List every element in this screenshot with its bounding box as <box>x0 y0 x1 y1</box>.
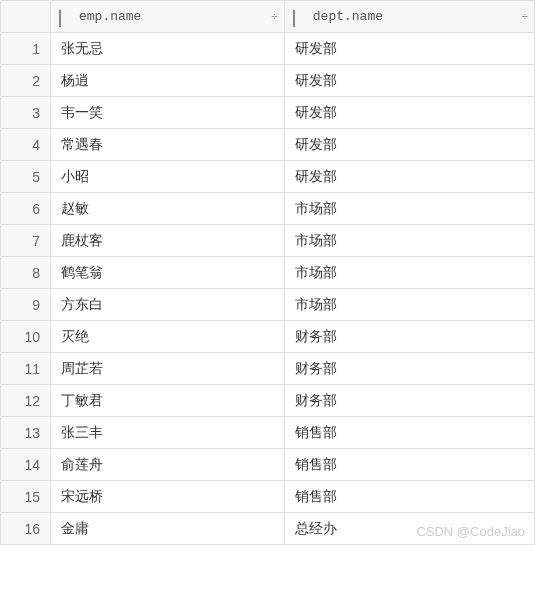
rownum-cell[interactable]: 11 <box>1 353 51 385</box>
cell-emp-name[interactable]: 俞莲舟 <box>51 449 285 481</box>
rownum-cell[interactable]: 13 <box>1 417 51 449</box>
table-row[interactable]: 3 韦一笑 研发部 <box>1 97 535 129</box>
table-column-icon <box>293 11 307 23</box>
table-row[interactable]: 2 杨逍 研发部 <box>1 65 535 97</box>
cell-emp-name[interactable]: 鹿杖客 <box>51 225 285 257</box>
column-header-emp-name[interactable]: emp.name ÷ <box>51 1 285 33</box>
cell-emp-name[interactable]: 张无忌 <box>51 33 285 65</box>
rownum-cell[interactable]: 7 <box>1 225 51 257</box>
sort-icon[interactable]: ÷ <box>271 11 278 23</box>
cell-emp-name[interactable]: 小昭 <box>51 161 285 193</box>
table-row[interactable]: 1 张无忌 研发部 <box>1 33 535 65</box>
column-header-dept-name[interactable]: dept.name ÷ <box>284 1 534 33</box>
column-label: emp.name <box>79 9 141 24</box>
cell-dept-name[interactable]: 研发部 <box>284 129 534 161</box>
rownum-cell[interactable]: 4 <box>1 129 51 161</box>
cell-dept-name[interactable]: 市场部 <box>284 257 534 289</box>
table-row[interactable]: 7 鹿杖客 市场部 <box>1 225 535 257</box>
table-row[interactable]: 15 宋远桥 销售部 <box>1 481 535 513</box>
table-row[interactable]: 8 鹤笔翁 市场部 <box>1 257 535 289</box>
rownum-cell[interactable]: 1 <box>1 33 51 65</box>
cell-dept-name[interactable]: 研发部 <box>284 161 534 193</box>
cell-emp-name[interactable]: 鹤笔翁 <box>51 257 285 289</box>
rownum-cell[interactable]: 2 <box>1 65 51 97</box>
cell-emp-name[interactable]: 韦一笑 <box>51 97 285 129</box>
table-row[interactable]: 12 丁敏君 财务部 <box>1 385 535 417</box>
rownum-cell[interactable]: 6 <box>1 193 51 225</box>
table-row[interactable]: 10 灭绝 财务部 <box>1 321 535 353</box>
cell-emp-name[interactable]: 金庸 <box>51 513 285 545</box>
table-row[interactable]: 11 周芷若 财务部 <box>1 353 535 385</box>
cell-emp-name[interactable]: 张三丰 <box>51 417 285 449</box>
cell-dept-name[interactable]: 市场部 <box>284 193 534 225</box>
header-row: emp.name ÷ dept.name ÷ <box>1 1 535 33</box>
cell-dept-name[interactable]: 市场部 <box>284 225 534 257</box>
cell-dept-name[interactable]: 销售部 <box>284 417 534 449</box>
cell-dept-name[interactable]: 总经办 <box>284 513 534 545</box>
table-row[interactable]: 13 张三丰 销售部 <box>1 417 535 449</box>
cell-dept-name[interactable]: 市场部 <box>284 289 534 321</box>
rownum-cell[interactable]: 10 <box>1 321 51 353</box>
cell-emp-name[interactable]: 方东白 <box>51 289 285 321</box>
cell-emp-name[interactable]: 常遇春 <box>51 129 285 161</box>
table-row[interactable]: 14 俞莲舟 销售部 <box>1 449 535 481</box>
cell-dept-name[interactable]: 财务部 <box>284 321 534 353</box>
table-row[interactable]: 9 方东白 市场部 <box>1 289 535 321</box>
cell-emp-name[interactable]: 赵敏 <box>51 193 285 225</box>
rownum-cell[interactable]: 12 <box>1 385 51 417</box>
rownum-cell[interactable]: 8 <box>1 257 51 289</box>
cell-dept-name[interactable]: 研发部 <box>284 33 534 65</box>
cell-emp-name[interactable]: 丁敏君 <box>51 385 285 417</box>
cell-emp-name[interactable]: 灭绝 <box>51 321 285 353</box>
cell-emp-name[interactable]: 杨逍 <box>51 65 285 97</box>
rownum-cell[interactable]: 16 <box>1 513 51 545</box>
cell-dept-name[interactable]: 研发部 <box>284 65 534 97</box>
table-row[interactable]: 4 常遇春 研发部 <box>1 129 535 161</box>
cell-dept-name[interactable]: 销售部 <box>284 481 534 513</box>
rownum-cell[interactable]: 3 <box>1 97 51 129</box>
cell-dept-name[interactable]: 财务部 <box>284 385 534 417</box>
result-grid: emp.name ÷ dept.name ÷ 1 张无忌 研发部 2 杨逍 研发… <box>0 0 535 545</box>
cell-emp-name[interactable]: 宋远桥 <box>51 481 285 513</box>
cell-dept-name[interactable]: 销售部 <box>284 449 534 481</box>
cell-emp-name[interactable]: 周芷若 <box>51 353 285 385</box>
table-row[interactable]: 6 赵敏 市场部 <box>1 193 535 225</box>
table-column-icon <box>59 11 73 23</box>
rownum-cell[interactable]: 5 <box>1 161 51 193</box>
rownum-cell[interactable]: 14 <box>1 449 51 481</box>
rownum-cell[interactable]: 15 <box>1 481 51 513</box>
cell-dept-name[interactable]: 研发部 <box>284 97 534 129</box>
table-row[interactable]: 5 小昭 研发部 <box>1 161 535 193</box>
column-label: dept.name <box>313 9 383 24</box>
rownum-header[interactable] <box>1 1 51 33</box>
cell-dept-name[interactable]: 财务部 <box>284 353 534 385</box>
rownum-cell[interactable]: 9 <box>1 289 51 321</box>
sort-icon[interactable]: ÷ <box>521 11 528 23</box>
table-row[interactable]: 16 金庸 总经办 <box>1 513 535 545</box>
